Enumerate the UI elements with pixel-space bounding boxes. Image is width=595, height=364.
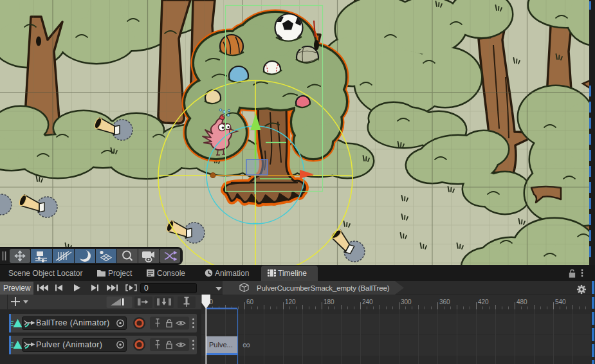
svg-text:120: 120 (285, 298, 296, 305)
svg-text:300: 300 (401, 298, 412, 305)
svg-text:540: 540 (555, 298, 566, 305)
svg-text:240: 240 (362, 298, 373, 305)
svg-text:180: 180 (324, 298, 334, 305)
svg-text:480: 480 (517, 298, 527, 305)
svg-text:420: 420 (478, 298, 489, 305)
svg-text:360: 360 (439, 298, 450, 305)
svg-text:60: 60 (246, 298, 254, 305)
